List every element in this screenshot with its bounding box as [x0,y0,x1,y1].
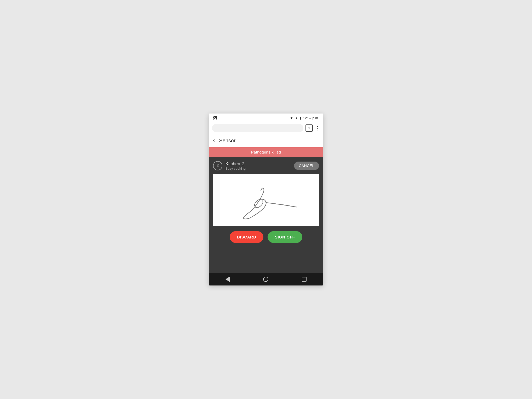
signature-svg [213,174,319,226]
back-button[interactable]: ‹ [213,137,215,144]
battery-icon: ▮ [300,116,302,120]
signal-icon: ▲ [295,116,298,120]
sensor-text: Kitchen 2 Busy cooking [225,161,245,170]
url-bar[interactable] [212,124,303,132]
status-right: ▼ ▲ ▮ 12:52 p.m. [290,116,319,120]
tab-count[interactable]: 1 [305,124,313,132]
action-buttons: DISCARD SIGN OFF [213,230,319,248]
nav-recents-button[interactable] [302,277,307,282]
status-left: 🖼 [213,116,217,120]
bottom-spacer [213,248,319,269]
app-header: ‹ Sensor [209,134,323,147]
wifi-icon: ▼ [290,116,293,120]
sensor-badge: 2 [213,161,222,170]
alert-banner-text: Pathogens killed [251,150,281,154]
page-title: Sensor [219,138,235,144]
signoff-button[interactable]: SIGN OFF [268,231,302,243]
time-display: 12:52 p.m. [303,116,319,120]
discard-button[interactable]: DISCARD [230,231,263,243]
status-bar: 🖼 ▼ ▲ ▮ 12:52 p.m. [209,114,323,122]
nav-bar [209,273,323,285]
alert-banner: Pathogens killed [209,147,323,157]
sensor-name: Kitchen 2 [225,161,245,167]
phone-frame: 🖼 ▼ ▲ ▮ 12:52 p.m. 1 ⋮ ‹ Sensor Pathogen… [209,114,323,285]
signature-pad[interactable] [213,174,319,226]
browser-menu-icon[interactable]: ⋮ [315,125,320,131]
notification-icon: 🖼 [213,116,217,120]
cancel-button[interactable]: CANCEL [294,162,319,170]
nav-back-button[interactable] [225,277,230,282]
sensor-info: 2 Kitchen 2 Busy cooking [213,161,245,170]
nav-home-button[interactable] [263,277,268,282]
sensor-header: 2 Kitchen 2 Busy cooking CANCEL [213,161,319,170]
browser-bar: 1 ⋮ [209,122,323,134]
main-content: Pathogens killed 2 Kitchen 2 Busy cookin… [209,147,323,273]
sensor-card: 2 Kitchen 2 Busy cooking CANCEL [209,157,323,273]
sensor-status: Busy cooking [225,167,245,170]
